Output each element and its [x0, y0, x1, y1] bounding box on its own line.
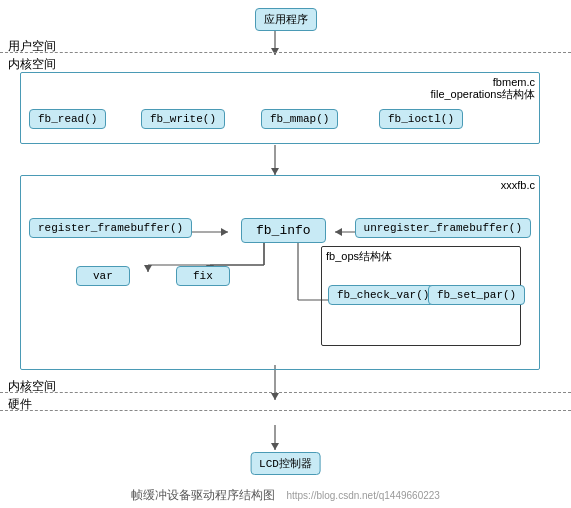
fb-info-box: fb_info [241, 218, 326, 243]
caption: 帧缓冲设备驱动程序结构图 https://blog.csdn.net/q1449… [0, 487, 571, 504]
svg-marker-3 [271, 168, 279, 175]
fbmem-region: fbmem.c file_operations结构体 fb_read() fb_… [20, 72, 540, 144]
kernel-space-bottom-divider [0, 392, 571, 393]
fix-box: fix [176, 266, 230, 286]
svg-marker-21 [271, 393, 279, 400]
file-operations-label: file_operations结构体 [430, 87, 535, 102]
diagram-container: 应用程序 用户空间 内核空间 fbmem.c file_operations结构… [0, 0, 571, 508]
fb-mmap-box: fb_mmap() [261, 109, 338, 129]
fb-ioctl-box: fb_ioctl() [379, 109, 463, 129]
user-space-divider [0, 52, 571, 53]
watermark: https://blog.csdn.net/q1449660223 [286, 490, 439, 501]
fbops-region: fb_ops结构体 fb_check_var() fb_set_par() [321, 246, 521, 346]
fb-write-box: fb_write() [141, 109, 225, 129]
unregister-framebuffer-box: unregister_framebuffer() [355, 218, 531, 238]
xxxfb-label: xxxfb.c [501, 178, 535, 192]
kernel-space-top-label: 内核空间 [8, 56, 56, 73]
lcd-controller-box: LCD控制器 [250, 452, 321, 475]
fbops-label: fb_ops结构体 [326, 249, 392, 264]
svg-marker-23 [271, 443, 279, 450]
register-framebuffer-box: register_framebuffer() [29, 218, 192, 238]
xxxfb-region: xxxfb.c register_framebuffer() fb_info u… [20, 175, 540, 370]
app-box: 应用程序 [255, 8, 317, 31]
fb-read-box: fb_read() [29, 109, 106, 129]
fb-check-var-box: fb_check_var() [328, 285, 438, 305]
var-box: var [76, 266, 130, 286]
hardware-divider [0, 410, 571, 411]
fb-set-par-box: fb_set_par() [428, 285, 525, 305]
